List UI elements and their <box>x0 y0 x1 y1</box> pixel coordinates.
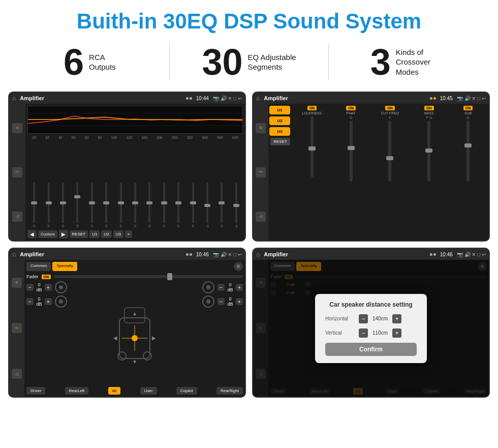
tab-common[interactable]: Common <box>26 262 51 271</box>
channel-label-loudness: LOUDNESS <box>302 111 322 115</box>
speaker-circle-1 <box>55 281 67 293</box>
on-badge-sub[interactable]: ON <box>463 106 473 110</box>
db-minus-3[interactable]: − <box>217 284 225 291</box>
db-control-1: − 0 dB + <box>26 281 67 293</box>
dialog-minus-horizontal[interactable]: − <box>359 314 368 323</box>
speaker-icon-2[interactable]: ◁ <box>256 212 266 222</box>
stat-number-rca: 6 <box>64 44 84 80</box>
u1-btn[interactable]: U1 <box>89 230 100 238</box>
dot6 <box>190 253 192 256</box>
prev-btn[interactable]: ◀ <box>27 230 37 238</box>
eq-sliders: 0 0 0 5 0 0 0 0 0 0 0 0 -1 0 -1 <box>27 140 243 228</box>
channel-bass: ON BASS F G <box>410 106 448 238</box>
cutfreq-slider[interactable] <box>388 121 391 182</box>
stat-number-crossover: 3 <box>370 44 391 80</box>
btn-copilot[interactable]: Copilot <box>176 387 197 395</box>
svg-text:▶: ▶ <box>152 335 156 341</box>
on-badge-cutfreq[interactable]: ON <box>385 106 395 110</box>
speaker-circle-3 <box>202 281 214 293</box>
stat-label-rca: RCAOutputs <box>89 52 116 72</box>
speaker-icon-3[interactable]: ◁ <box>12 369 22 379</box>
svg-text:▼: ▼ <box>132 359 137 365</box>
fader-main: Common Specialty ⚙ Fader ON − <box>24 260 245 397</box>
btn-all[interactable]: All <box>108 387 121 395</box>
speaker-icon[interactable]: ◁ <box>12 212 22 222</box>
confirm-button[interactable]: Confirm <box>325 343 417 356</box>
status-dots-4 <box>430 253 436 256</box>
reset-btn[interactable]: RESET <box>70 230 88 238</box>
status-dots-2 <box>430 97 436 100</box>
screen-fader: ⌂ Amplifier 10:46 📷 🔊 ✕ □ ↩ ≡ 〜 ◁ Common… <box>8 248 246 398</box>
eq-graph <box>27 106 243 134</box>
stat-rca: 6 RCAOutputs <box>20 44 159 80</box>
preset-u1[interactable]: U1 <box>269 106 290 114</box>
dialog-plus-vertical[interactable]: + <box>392 328 401 338</box>
settings-icon-3[interactable]: ⚙ <box>234 262 243 271</box>
loudness-slider[interactable] <box>310 116 314 177</box>
db-plus-2[interactable]: + <box>45 298 52 305</box>
u3-btn[interactable]: U3 <box>113 230 123 238</box>
sub-slider[interactable] <box>466 121 470 182</box>
channel-label-cutfreq: CUT FREQ <box>381 111 399 115</box>
fader-on-badge[interactable]: ON <box>42 275 51 279</box>
eq-icon[interactable]: ≡ <box>12 123 22 133</box>
eq-icon-2[interactable]: ≡ <box>256 123 266 133</box>
svg-text:◀: ◀ <box>113 335 117 341</box>
btn-user[interactable]: User <box>140 387 157 395</box>
next-btn[interactable]: ▶ <box>59 230 68 238</box>
btn-rearleft[interactable]: RearLeft <box>65 387 89 395</box>
wave-icon-2[interactable]: 〜 <box>256 167 266 177</box>
more-btn[interactable]: » <box>125 230 132 238</box>
preset-u3[interactable]: U3 <box>269 127 290 136</box>
db-plus-3[interactable]: + <box>236 284 243 291</box>
eq-icon-3[interactable]: ≡ <box>12 278 22 288</box>
home-icon-3: ⌂ <box>12 251 16 258</box>
status-icons-4: 📷 🔊 ✕ □ ↩ <box>457 252 486 257</box>
status-bar-3: ⌂ Amplifier 10:46 📷 🔊 ✕ □ ↩ <box>9 249 245 260</box>
dialog-value-horizontal: 140cm <box>370 316 390 321</box>
wave-icon[interactable]: 〜 <box>12 167 22 177</box>
u2-btn[interactable]: U2 <box>101 230 111 238</box>
dot4 <box>433 97 436 100</box>
custom-btn[interactable]: Custom <box>38 230 57 238</box>
on-badge-bass[interactable]: ON <box>424 106 434 110</box>
dialog-minus-vertical[interactable]: − <box>359 328 368 338</box>
db-minus-1[interactable]: − <box>26 284 34 291</box>
fader-body: − 0 dB + − 0 dB + <box>26 281 243 385</box>
reset-btn-2[interactable]: RESET <box>270 138 290 145</box>
slider-7: 0 <box>129 183 142 228</box>
wave-icon-3[interactable]: 〜 <box>12 323 22 333</box>
db-plus-4[interactable]: + <box>236 298 243 305</box>
db-plus-1[interactable]: + <box>45 284 52 291</box>
channel-sub: ON SUB G <box>449 106 487 238</box>
dot5 <box>186 253 189 256</box>
slider-6: 0 <box>114 183 127 228</box>
bass-slider[interactable] <box>427 121 430 182</box>
status-icons-2: 📷 🔊 ✕ □ ↩ <box>457 96 486 101</box>
dot7 <box>430 253 432 256</box>
status-icons-1: 📷 🔊 ✕ □ ↩ <box>213 96 242 101</box>
fader-track[interactable] <box>54 275 243 278</box>
db-control-3: − 0 dB + <box>202 281 243 293</box>
preset-u2[interactable]: U2 <box>269 116 290 125</box>
db-minus-2[interactable]: − <box>26 298 34 305</box>
tab-specialty[interactable]: Specialty <box>52 262 77 271</box>
dot2 <box>190 97 192 100</box>
db-value-1: 0 dB <box>35 282 43 292</box>
db-minus-4[interactable]: − <box>217 298 225 305</box>
dialog-plus-horizontal[interactable]: + <box>392 314 401 323</box>
btn-driver[interactable]: Driver <box>26 387 45 395</box>
phat-slider[interactable] <box>350 121 353 182</box>
status-time-3: 10:46 <box>196 252 209 257</box>
slider-2: 0 <box>56 183 70 228</box>
dialog-control-horizontal: − 140cm + <box>359 314 417 323</box>
btn-rearright[interactable]: RearRight <box>216 387 243 395</box>
stat-eq: 30 EQ AdjustableSegments <box>180 44 319 80</box>
fader-tabs: Common Specialty ⚙ <box>26 262 243 271</box>
slider-9: 0 <box>158 183 171 228</box>
slider-5: 0 <box>100 183 113 228</box>
on-badge-loudness[interactable]: ON <box>307 106 317 110</box>
screen1-body: ≡ 〜 ◁ 2532 4050 6380 <box>9 104 245 241</box>
on-badge-phat[interactable]: ON <box>346 106 356 110</box>
svg-text:▲: ▲ <box>132 311 137 316</box>
